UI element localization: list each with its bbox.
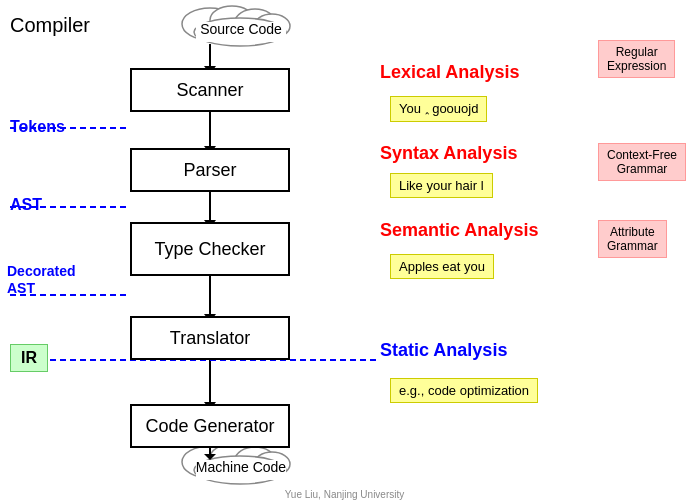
type-checker-box: Type Checker <box>130 222 290 276</box>
syntax-analysis-label: Syntax Analysis <box>380 143 517 164</box>
semantic-analysis-label: Semantic Analysis <box>380 220 538 241</box>
lexical-example-box: You ꞈ goouojd <box>390 96 487 122</box>
context-free-grammar-box: Context-Free Grammar <box>598 143 686 181</box>
static-example-box: e.g., code optimization <box>390 378 538 403</box>
scanner-box: Scanner <box>130 68 290 112</box>
source-code-cloud: Source Code <box>182 6 290 46</box>
attribute-grammar-box: Attribute Grammar <box>598 220 667 258</box>
code-generator-box: Code Generator <box>130 404 290 448</box>
semantic-example-box: Apples eat you <box>390 254 494 279</box>
static-analysis-label: Static Analysis <box>380 340 507 361</box>
machine-code-cloud: Machine Code <box>182 444 290 484</box>
svg-text:Source Code: Source Code <box>200 21 282 37</box>
ast-label: AST <box>10 196 42 214</box>
translator-box: Translator <box>130 316 290 360</box>
footer-text: Yue Liu, Nanjing University <box>285 489 405 500</box>
decorated-ast-label: Decorated AST <box>7 263 75 297</box>
ir-label: IR <box>10 344 48 372</box>
tokens-label: Tokens <box>10 118 65 136</box>
lexical-analysis-label: Lexical Analysis <box>380 62 519 83</box>
syntax-example-box: Like your hair l <box>390 173 493 198</box>
svg-text:Machine Code: Machine Code <box>196 459 286 475</box>
parser-box: Parser <box>130 148 290 192</box>
regular-expression-box: Regular Expression <box>598 40 675 78</box>
